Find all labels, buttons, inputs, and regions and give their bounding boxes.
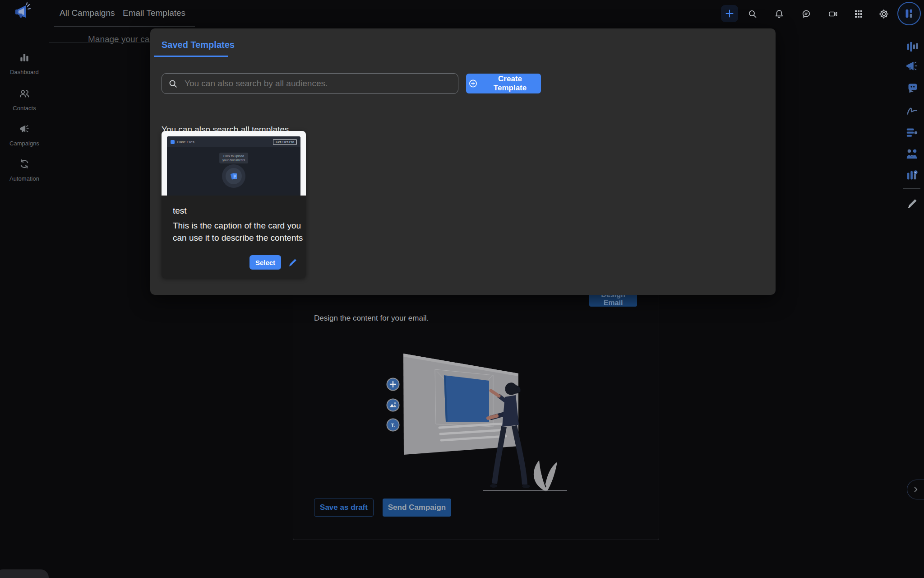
rail-partners-icon[interactable] [902,145,922,163]
add-icon [725,9,735,19]
sidebar-item-dashboard[interactable]: Dashboard [0,51,49,75]
edit-pencil-icon [287,257,298,268]
search-button[interactable] [744,5,762,23]
caption-line-1: This is the caption of the card you [173,219,303,232]
create-template-label: Create Template [482,75,538,93]
apps-grid-button[interactable] [850,5,868,23]
select-template-button[interactable]: Select [249,255,281,270]
thumb-mini-header: Clikle Files Get Files Pro [167,136,300,147]
chat-button[interactable] [797,5,815,23]
saved-templates-modal: Saved Templates Create Template You can … [150,28,776,295]
thumb-mini-upload-inner [226,168,242,184]
thumb-tooltip-line1: Click to upload [222,154,245,158]
bottom-taskbar-pill[interactable] [0,569,49,578]
campaigns-icon [18,123,30,135]
app-logo-megaphone-icon[interactable] [13,2,34,23]
settings-icon [878,9,889,19]
illustration-tool-buttons: T. [387,378,399,431]
template-search-input[interactable] [184,78,452,89]
rail-divider [903,188,920,189]
email-design-illustration: T. [383,349,570,496]
svg-text:T.: T. [391,423,395,428]
rail-poll-check-icon[interactable] [902,166,922,184]
tabs-divider [54,26,195,27]
sidebar-item-contacts[interactable]: Contacts [0,88,49,112]
tab-saved-templates[interactable]: Saved Templates [162,40,235,50]
avatar[interactable] [897,2,921,25]
tab-email-templates[interactable]: Email Templates [123,8,185,18]
sidebar-label-contacts: Contacts [0,105,49,112]
thumb-mini-pro-button: Get Files Pro [273,139,297,145]
sidebar-label-dashboard: Dashboard [0,69,49,75]
video-icon [828,9,838,19]
documents-icon [229,172,238,181]
thumb-mini-upload-circle [222,164,245,188]
thumb-mini-app-name: Clikle Files [177,140,194,144]
edit-template-button[interactable] [286,256,300,269]
apps-grid-icon [854,9,864,19]
tab-active-underline [154,56,228,57]
avatar-logo-icon [902,7,916,20]
chat-icon [801,9,811,19]
rail-chatbot-icon[interactable] [902,78,922,96]
plus-circle-icon [469,79,477,88]
template-thumbnail-frame: Clikle Files Get Files Pro Click to uplo… [162,131,306,196]
rail-equalizer-icon[interactable] [902,37,922,56]
sidebar-item-automation[interactable]: Automation [0,158,49,182]
video-button[interactable] [824,5,842,23]
rail-list-icon[interactable] [902,123,922,141]
search-icon [748,9,758,19]
notifications-icon [774,9,784,19]
contacts-icon [18,88,30,99]
create-template-button[interactable]: Create Template [466,74,541,93]
tab-all-campaigns-label: All Campaigns [60,8,115,18]
add-button[interactable] [721,5,738,22]
thumb-tooltip-line2: your documents [222,158,245,162]
content-section-subtitle: Design the content for your email. [314,314,429,323]
chevron-right-icon [912,486,919,493]
template-thumbnail-screenshot: Clikle Files Get Files Pro Click to uplo… [167,136,300,196]
notifications-button[interactable] [770,5,788,23]
tab-email-templates-label: Email Templates [123,8,185,18]
sidebar-label-campaigns: Campaigns [0,140,49,147]
sidebar-item-campaigns[interactable]: Campaigns [0,123,49,147]
automation-icon [18,158,30,170]
rail-expand-button[interactable] [907,480,924,499]
rail-megaphone-icon[interactable] [902,57,922,75]
app-root: All Campaigns Email Templates Manage you… [0,0,924,578]
search-icon [168,79,178,89]
dashboard-icon [18,51,30,63]
template-card-title: test [173,206,187,216]
template-search-box[interactable] [162,73,458,94]
template-card-caption: This is the caption of the card you can … [173,219,303,244]
rail-signature-icon[interactable] [902,101,922,119]
rail-pencil-icon[interactable] [902,194,922,212]
send-campaign-button[interactable]: Send Campaign [383,499,451,517]
save-as-draft-button[interactable]: Save as draft [314,499,374,517]
caption-line-2: can use it to describe the contents [173,232,303,244]
sidebar-label-automation: Automation [0,175,49,182]
template-card: Clikle Files Get Files Pro Click to uplo… [162,131,306,278]
tab-all-campaigns[interactable]: All Campaigns [60,8,115,18]
thumb-mini-tooltip: Click to upload your documents [219,153,248,163]
settings-button[interactable] [875,5,893,23]
thumb-mini-logo-icon [171,140,175,144]
